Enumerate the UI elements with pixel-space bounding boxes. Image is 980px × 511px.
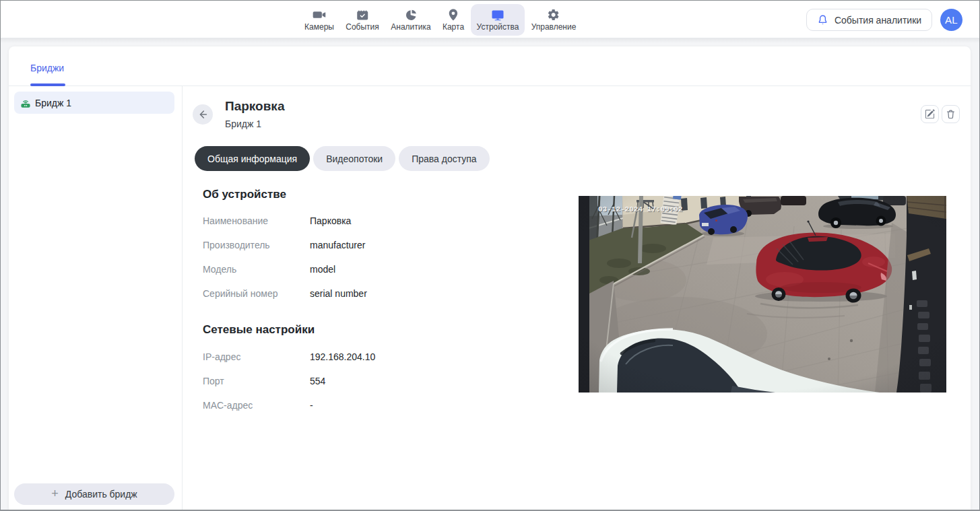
svg-text:03-12-2024 17:09:02: 03-12-2024 17:09:02 (598, 205, 682, 213)
